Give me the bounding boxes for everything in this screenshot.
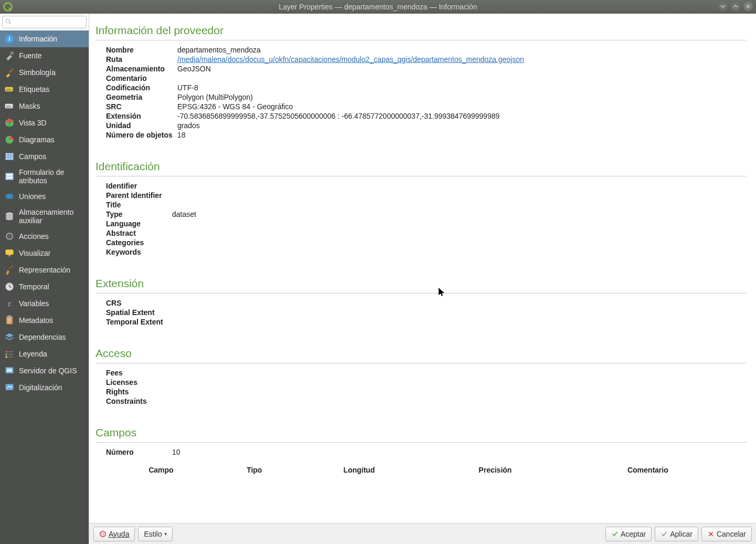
label-fees: Fees bbox=[106, 369, 169, 377]
th-longitud: Longitud bbox=[293, 464, 426, 476]
th-precision: Precisión bbox=[425, 464, 565, 476]
table-icon bbox=[4, 151, 15, 162]
label-almacenamiento: Almacenamiento bbox=[106, 65, 174, 73]
svg-rect-18 bbox=[6, 250, 14, 255]
sidebar-item-label: Etiquetas bbox=[19, 85, 49, 93]
svg-rect-27 bbox=[7, 369, 12, 372]
sidebar-item-digitalizacion[interactable]: Digitalización bbox=[0, 379, 89, 396]
sidebar-item-label: Representación bbox=[19, 266, 70, 274]
svg-text:abc: abc bbox=[6, 88, 12, 91]
label-comentario: Comentario bbox=[106, 74, 174, 82]
value-rights bbox=[172, 388, 747, 396]
section-heading-acceso: Acceso bbox=[95, 347, 747, 360]
label-unidad: Unidad bbox=[106, 121, 174, 130]
sidebar-item-label: Dependencias bbox=[19, 333, 66, 341]
label-geometria: Geometría bbox=[106, 93, 174, 101]
sidebar-item-label: Formulario de atributos bbox=[19, 168, 84, 185]
footer-bar: Ayuda Estilo ▾ Aceptar Aplicar Cancelar bbox=[89, 523, 756, 544]
sidebar-item-dependencias[interactable]: Dependencias bbox=[0, 329, 89, 346]
label-src: SRC bbox=[106, 102, 174, 111]
section-heading-extension: Extensión bbox=[95, 277, 747, 290]
sidebar-item-label: Digitalización bbox=[19, 383, 62, 392]
value-nombre: departamentos_mendoza bbox=[177, 46, 747, 54]
label-spatial-extent: Spatial Extent bbox=[106, 308, 169, 317]
sidebar-item-campos[interactable]: Campos bbox=[0, 148, 89, 165]
sidebar-item-variables[interactable]: ε Variables bbox=[0, 295, 89, 312]
svg-text:ε: ε bbox=[8, 299, 12, 308]
sidebar-item-label: Campos bbox=[19, 152, 46, 161]
search-input[interactable] bbox=[2, 16, 87, 28]
sidebar-item-vista3d[interactable]: Vista 3D bbox=[0, 114, 89, 131]
legend-icon bbox=[4, 349, 15, 359]
sidebar-item-simbologia[interactable]: Simbología bbox=[0, 64, 89, 81]
sidebar-item-label: Masks bbox=[19, 102, 40, 110]
sidebar-item-almacenamiento[interactable]: Almacenamiento auxiliar bbox=[0, 205, 89, 228]
svg-rect-24 bbox=[6, 354, 7, 355]
tool-icon bbox=[4, 50, 15, 61]
value-type: dataset bbox=[172, 210, 747, 218]
label-title: Title bbox=[106, 201, 169, 209]
sidebar-item-label: Información bbox=[19, 35, 57, 43]
sidebar-item-servidor[interactable]: Servidor de QGIS bbox=[0, 362, 89, 379]
label-language: Language bbox=[106, 219, 169, 228]
label-abstract: Abstract bbox=[106, 229, 169, 237]
value-title bbox=[172, 201, 747, 209]
sidebar-item-masks[interactable]: abc Masks bbox=[0, 98, 89, 114]
sidebar-item-etiquetas[interactable]: abc Etiquetas bbox=[0, 81, 89, 98]
section-heading-campos: Campos bbox=[95, 426, 747, 439]
digitize-icon bbox=[4, 382, 15, 393]
sidebar-item-temporal[interactable]: Temporal bbox=[0, 278, 89, 295]
sidebar-item-label: Vista 3D bbox=[19, 119, 47, 127]
style-button[interactable]: Estilo ▾ bbox=[138, 527, 172, 541]
section-divider bbox=[95, 363, 747, 363]
clock-icon bbox=[4, 281, 15, 292]
sidebar-item-diagramas[interactable]: Diagramas bbox=[0, 131, 89, 148]
accept-button[interactable]: Aceptar bbox=[605, 527, 652, 541]
th-tipo: Tipo bbox=[216, 464, 293, 476]
value-abstract bbox=[172, 229, 747, 237]
value-ruta-link[interactable]: /media/malena/docs/docus_u/okfn/capacita… bbox=[177, 55, 524, 64]
label-extension: Extensión bbox=[106, 112, 174, 120]
sidebar-item-representacion[interactable]: Representación bbox=[0, 261, 89, 278]
sidebar-item-uniones[interactable]: Uniones bbox=[0, 188, 89, 205]
sidebar-item-visualizar[interactable]: Visualizar bbox=[0, 245, 89, 261]
value-src: EPSG:4326 - WGS 84 - Geográfico bbox=[177, 102, 747, 111]
label-type: Type bbox=[106, 210, 169, 218]
label-crs: CRS bbox=[106, 299, 169, 307]
value-comentario bbox=[177, 74, 747, 82]
lifebuoy-icon bbox=[99, 530, 107, 538]
label-numero-objetos: Número de objetos bbox=[106, 131, 174, 139]
x-icon bbox=[707, 530, 715, 538]
label-licenses: Licenses bbox=[106, 378, 169, 386]
sidebar-item-metadatos[interactable]: Metadatos bbox=[0, 312, 89, 329]
value-numero: 10 bbox=[172, 448, 747, 456]
value-geometria: Polygon (MultiPolygon) bbox=[177, 93, 747, 101]
help-button[interactable]: Ayuda bbox=[93, 527, 135, 541]
value-codificacion: UTF-8 bbox=[177, 83, 747, 92]
label-keywords: Keywords bbox=[106, 248, 169, 256]
sidebar-item-label: Uniones bbox=[19, 192, 46, 201]
chart-icon bbox=[4, 134, 15, 145]
close-button[interactable] bbox=[743, 2, 753, 11]
th-comentario: Comentario bbox=[565, 464, 731, 476]
cancel-button[interactable]: Cancelar bbox=[701, 527, 752, 541]
value-numero-objetos: 18 bbox=[177, 131, 747, 139]
label-temporal-extent: Temporal Extent bbox=[106, 318, 169, 326]
sidebar-item-fuente[interactable]: Fuente bbox=[0, 47, 89, 64]
minimize-button[interactable] bbox=[718, 2, 728, 11]
value-identifier bbox=[172, 182, 747, 190]
cube-icon bbox=[4, 118, 15, 128]
sidebar-item-informacion[interactable]: i Información bbox=[0, 30, 89, 47]
extension-table: CRS Spatial Extent Temporal Extent bbox=[95, 299, 747, 326]
apply-button[interactable]: Aplicar bbox=[655, 527, 698, 541]
svg-rect-28 bbox=[6, 384, 14, 391]
svg-point-17 bbox=[8, 235, 11, 238]
sidebar-item-formulario[interactable]: Formulario de atributos bbox=[0, 165, 89, 188]
maximize-button[interactable] bbox=[731, 2, 740, 11]
sidebar-item-acciones[interactable]: Acciones bbox=[0, 228, 89, 245]
value-fees bbox=[172, 369, 747, 377]
epsilon-icon: ε bbox=[4, 298, 15, 309]
svg-rect-11 bbox=[7, 174, 12, 176]
help-button-label: Ayuda bbox=[109, 530, 129, 538]
sidebar-item-leyenda[interactable]: Leyenda bbox=[0, 346, 89, 362]
